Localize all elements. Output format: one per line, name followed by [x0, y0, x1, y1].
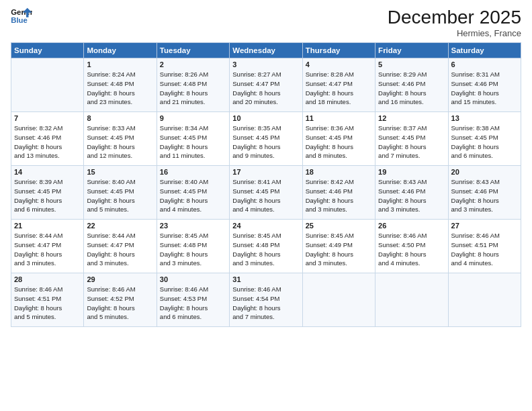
- day-info: Sunrise: 8:24 AMSunset: 4:48 PMDaylight:…: [87, 71, 135, 105]
- day-number: 3: [232, 60, 299, 68]
- day-info: Sunrise: 8:34 AMSunset: 4:45 PMDaylight:…: [160, 124, 208, 159]
- logo: General Blue: [11, 7, 32, 26]
- day-cell: 27 Sunrise: 8:46 AMSunset: 4:51 PMDaylig…: [448, 220, 521, 273]
- day-number: 25: [306, 222, 372, 230]
- day-info: Sunrise: 8:39 AMSunset: 4:45 PMDaylight:…: [14, 178, 62, 213]
- day-number: 16: [160, 168, 226, 176]
- day-info: Sunrise: 8:41 AMSunset: 4:45 PMDaylight:…: [232, 178, 281, 213]
- day-number: 24: [232, 222, 299, 230]
- day-cell: 8 Sunrise: 8:33 AMSunset: 4:45 PMDayligh…: [84, 112, 157, 166]
- month-title: December 2025: [388, 7, 521, 28]
- day-info: Sunrise: 8:43 AMSunset: 4:46 PMDaylight:…: [451, 178, 500, 213]
- day-info: Sunrise: 8:40 AMSunset: 4:45 PMDaylight:…: [160, 178, 208, 213]
- day-info: Sunrise: 8:38 AMSunset: 4:45 PMDaylight:…: [451, 124, 500, 159]
- day-info: Sunrise: 8:46 AMSunset: 4:51 PMDaylight:…: [14, 285, 62, 320]
- day-number: 29: [87, 275, 153, 283]
- day-cell: 19 Sunrise: 8:43 AMSunset: 4:46 PMDaylig…: [375, 166, 448, 220]
- header-row: Sunday Monday Tuesday Wednesday Thursday…: [11, 43, 521, 58]
- day-cell: 15 Sunrise: 8:40 AMSunset: 4:45 PMDaylig…: [84, 166, 157, 220]
- day-cell: 17 Sunrise: 8:41 AMSunset: 4:45 PMDaylig…: [230, 166, 302, 220]
- week-row-4: 28 Sunrise: 8:46 AMSunset: 4:51 PMDaylig…: [11, 273, 521, 327]
- day-number: 30: [160, 275, 226, 283]
- day-number: 4: [306, 60, 372, 68]
- day-info: Sunrise: 8:28 AMSunset: 4:47 PMDaylight:…: [306, 71, 354, 105]
- calendar-body: 1 Sunrise: 8:24 AMSunset: 4:48 PMDayligh…: [11, 58, 521, 327]
- day-cell: 16 Sunrise: 8:40 AMSunset: 4:45 PMDaylig…: [157, 166, 229, 220]
- col-sunday: Sunday: [11, 43, 84, 58]
- title-block: December 2025 Hermies, France: [388, 7, 521, 38]
- day-number: 19: [378, 168, 445, 176]
- day-info: Sunrise: 8:44 AMSunset: 4:47 PMDaylight:…: [87, 232, 135, 267]
- day-info: Sunrise: 8:27 AMSunset: 4:47 PMDaylight:…: [232, 71, 281, 105]
- day-cell: 26 Sunrise: 8:46 AMSunset: 4:50 PMDaylig…: [375, 220, 448, 273]
- col-thursday: Thursday: [302, 43, 375, 58]
- day-info: Sunrise: 8:45 AMSunset: 4:48 PMDaylight:…: [160, 232, 208, 267]
- week-row-2: 14 Sunrise: 8:39 AMSunset: 4:45 PMDaylig…: [11, 166, 521, 220]
- day-cell: 25 Sunrise: 8:45 AMSunset: 4:49 PMDaylig…: [302, 220, 375, 273]
- day-cell: [11, 58, 84, 112]
- day-cell: 14 Sunrise: 8:39 AMSunset: 4:45 PMDaylig…: [11, 166, 84, 220]
- day-info: Sunrise: 8:45 AMSunset: 4:48 PMDaylight:…: [232, 232, 281, 267]
- col-friday: Friday: [375, 43, 448, 58]
- day-info: Sunrise: 8:40 AMSunset: 4:45 PMDaylight:…: [87, 178, 135, 213]
- day-info: Sunrise: 8:36 AMSunset: 4:45 PMDaylight:…: [306, 124, 354, 159]
- day-cell: 1 Sunrise: 8:24 AMSunset: 4:48 PMDayligh…: [84, 58, 157, 112]
- day-cell: 23 Sunrise: 8:45 AMSunset: 4:48 PMDaylig…: [157, 220, 229, 273]
- day-info: Sunrise: 8:37 AMSunset: 4:45 PMDaylight:…: [378, 124, 427, 159]
- col-tuesday: Tuesday: [157, 43, 229, 58]
- day-info: Sunrise: 8:42 AMSunset: 4:46 PMDaylight:…: [306, 178, 354, 213]
- day-cell: 29 Sunrise: 8:46 AMSunset: 4:52 PMDaylig…: [84, 273, 157, 327]
- day-number: 21: [14, 222, 81, 230]
- day-number: 11: [306, 114, 372, 122]
- day-cell: 3 Sunrise: 8:27 AMSunset: 4:47 PMDayligh…: [230, 58, 302, 112]
- day-number: 26: [378, 222, 445, 230]
- day-number: 28: [14, 275, 81, 283]
- day-info: Sunrise: 8:29 AMSunset: 4:46 PMDaylight:…: [378, 71, 427, 105]
- day-number: 13: [451, 114, 518, 122]
- day-number: 7: [14, 114, 81, 122]
- day-cell: 9 Sunrise: 8:34 AMSunset: 4:45 PMDayligh…: [157, 112, 229, 166]
- col-wednesday: Wednesday: [230, 43, 302, 58]
- calendar-thead: Sunday Monday Tuesday Wednesday Thursday…: [11, 43, 521, 58]
- day-cell: 31 Sunrise: 8:46 AMSunset: 4:54 PMDaylig…: [230, 273, 302, 327]
- day-cell: 4 Sunrise: 8:28 AMSunset: 4:47 PMDayligh…: [302, 58, 375, 112]
- col-saturday: Saturday: [448, 43, 521, 58]
- week-row-1: 7 Sunrise: 8:32 AMSunset: 4:46 PMDayligh…: [11, 112, 521, 166]
- day-number: 20: [451, 168, 518, 176]
- week-row-3: 21 Sunrise: 8:44 AMSunset: 4:47 PMDaylig…: [11, 220, 521, 273]
- day-info: Sunrise: 8:26 AMSunset: 4:48 PMDaylight:…: [160, 71, 208, 105]
- day-cell: [448, 273, 521, 327]
- day-cell: 7 Sunrise: 8:32 AMSunset: 4:46 PMDayligh…: [11, 112, 84, 166]
- calendar-header: General Blue December 2025 Hermies, Fran…: [11, 7, 521, 38]
- day-cell: 13 Sunrise: 8:38 AMSunset: 4:45 PMDaylig…: [448, 112, 521, 166]
- day-cell: 22 Sunrise: 8:44 AMSunset: 4:47 PMDaylig…: [84, 220, 157, 273]
- day-number: 14: [14, 168, 81, 176]
- day-info: Sunrise: 8:46 AMSunset: 4:53 PMDaylight:…: [160, 285, 208, 320]
- day-cell: 5 Sunrise: 8:29 AMSunset: 4:46 PMDayligh…: [375, 58, 448, 112]
- week-row-0: 1 Sunrise: 8:24 AMSunset: 4:48 PMDayligh…: [11, 58, 521, 112]
- day-cell: 10 Sunrise: 8:35 AMSunset: 4:45 PMDaylig…: [230, 112, 302, 166]
- day-cell: 11 Sunrise: 8:36 AMSunset: 4:45 PMDaylig…: [302, 112, 375, 166]
- day-number: 18: [306, 168, 372, 176]
- day-number: 1: [87, 60, 153, 68]
- svg-text:Blue: Blue: [11, 16, 28, 24]
- day-number: 2: [160, 60, 226, 68]
- day-cell: 18 Sunrise: 8:42 AMSunset: 4:46 PMDaylig…: [302, 166, 375, 220]
- day-number: 8: [87, 114, 153, 122]
- day-number: 9: [160, 114, 226, 122]
- day-info: Sunrise: 8:33 AMSunset: 4:45 PMDaylight:…: [87, 124, 135, 159]
- day-cell: [375, 273, 448, 327]
- day-number: 22: [87, 222, 153, 230]
- day-info: Sunrise: 8:46 AMSunset: 4:51 PMDaylight:…: [451, 232, 500, 267]
- day-info: Sunrise: 8:31 AMSunset: 4:46 PMDaylight:…: [451, 71, 500, 105]
- day-number: 27: [451, 222, 518, 230]
- day-cell: [302, 273, 375, 327]
- day-info: Sunrise: 8:46 AMSunset: 4:50 PMDaylight:…: [378, 232, 427, 267]
- day-cell: 24 Sunrise: 8:45 AMSunset: 4:48 PMDaylig…: [230, 220, 302, 273]
- day-cell: 30 Sunrise: 8:46 AMSunset: 4:53 PMDaylig…: [157, 273, 229, 327]
- day-cell: 2 Sunrise: 8:26 AMSunset: 4:48 PMDayligh…: [157, 58, 229, 112]
- day-number: 31: [232, 275, 299, 283]
- day-info: Sunrise: 8:45 AMSunset: 4:49 PMDaylight:…: [306, 232, 354, 267]
- calendar-container: General Blue December 2025 Hermies, Fran…: [0, 0, 532, 411]
- day-info: Sunrise: 8:32 AMSunset: 4:46 PMDaylight:…: [14, 124, 62, 159]
